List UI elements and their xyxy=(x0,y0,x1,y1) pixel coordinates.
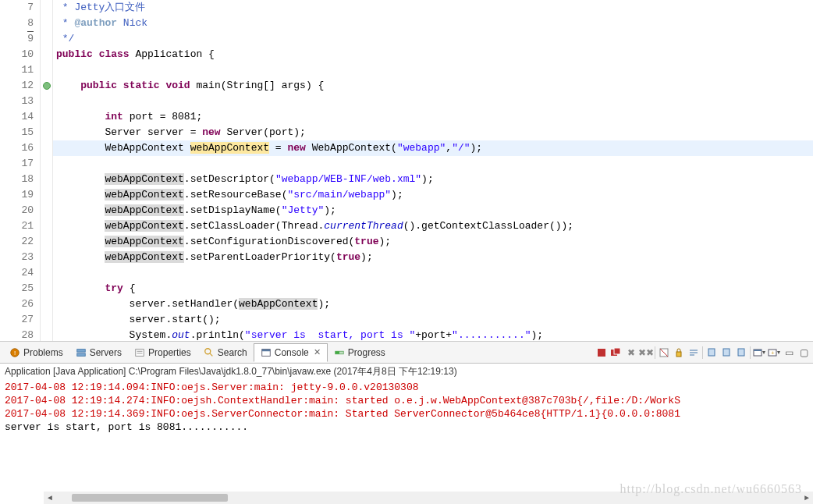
minimize-icon[interactable]: ▭ xyxy=(783,346,795,359)
svg-rect-2 xyxy=(76,349,85,352)
svg-rect-4 xyxy=(136,349,144,356)
terminate-icon[interactable] xyxy=(595,346,608,359)
line-number: 16 xyxy=(0,140,34,156)
line-number: 14 xyxy=(0,109,34,125)
line-number-gutter: 7891011121314151617181920212223242526272… xyxy=(0,0,41,341)
line-number: 27 xyxy=(0,312,34,328)
code-line[interactable]: webAppContext.setParentLoaderPriority(tr… xyxy=(53,250,813,265)
show-on-out-icon[interactable] xyxy=(720,346,733,359)
code-line[interactable]: public class Application { xyxy=(53,47,813,62)
run-marker-icon[interactable] xyxy=(43,82,51,90)
code-line[interactable]: webAppContext.setClassLoader(Thread.curr… xyxy=(53,218,813,234)
show-on-err-icon[interactable] xyxy=(735,346,747,359)
line-number: 7 xyxy=(0,0,34,16)
svg-rect-12 xyxy=(335,351,339,354)
pin-console-icon[interactable] xyxy=(705,346,718,359)
tab-progress[interactable]: Progress xyxy=(328,343,392,362)
line-number: 12 xyxy=(0,78,34,94)
line-number: 25 xyxy=(0,281,34,296)
code-line[interactable]: Server server = new Server(port); xyxy=(53,125,813,140)
svg-line-8 xyxy=(210,353,213,356)
scroll-left-icon[interactable]: ◄ xyxy=(44,492,56,504)
line-number: 13 xyxy=(0,94,34,109)
code-line[interactable] xyxy=(53,156,813,172)
console-toolbar: ✖ ✖✖ ▾ +▾ ▭ ▢ xyxy=(595,346,810,359)
display-console-icon[interactable]: ▾ xyxy=(753,346,765,359)
code-line[interactable]: server.setHandler(webAppContext); xyxy=(53,296,813,312)
code-line[interactable]: server.start(); xyxy=(53,312,813,328)
code-line[interactable]: webAppContext.setResourceBase("src/main/… xyxy=(53,187,813,203)
console-icon xyxy=(261,347,272,358)
console-line: 2017-04-08 12:19:14.094:INFO:oejs.Server… xyxy=(5,381,808,394)
remove-launch-icon[interactable]: ✖ xyxy=(625,346,637,359)
tab-servers[interactable]: Servers xyxy=(69,343,128,362)
code-line[interactable]: * Jetty入口文件 xyxy=(53,0,813,16)
line-number: 15 xyxy=(0,125,34,140)
line-number: 17 xyxy=(0,156,34,172)
svg-rect-20 xyxy=(723,349,730,356)
svg-rect-23 xyxy=(754,350,762,351)
line-number: 24 xyxy=(0,265,34,281)
svg-rect-15 xyxy=(614,348,620,354)
terminate-all-icon[interactable] xyxy=(610,346,623,359)
code-line[interactable]: public static void main(String[] args) { xyxy=(53,78,813,94)
line-number: 21 xyxy=(0,218,34,234)
line-number: 18 xyxy=(0,172,34,187)
code-line[interactable]: try { xyxy=(53,281,813,296)
marker-ruler xyxy=(41,0,53,341)
tab-label: Progress xyxy=(348,347,385,358)
maximize-icon[interactable]: ▢ xyxy=(797,346,810,359)
scroll-right-icon[interactable]: ► xyxy=(801,492,813,504)
close-icon[interactable]: ✕ xyxy=(314,347,321,357)
line-number: 19 xyxy=(0,187,34,203)
code-line[interactable]: System.out.println("server is start, por… xyxy=(53,328,813,341)
code-line[interactable]: */ xyxy=(53,31,813,47)
code-line[interactable]: WebAppContext webAppContext = new WebApp… xyxy=(53,140,813,156)
servers-icon xyxy=(76,347,87,358)
clear-console-icon[interactable] xyxy=(658,346,670,359)
svg-text:!: ! xyxy=(14,349,16,356)
svg-rect-13 xyxy=(598,349,605,357)
console-line: 2017-04-08 12:19:14.369:INFO:oejs.Server… xyxy=(5,407,808,421)
tab-label: Problems xyxy=(23,347,63,358)
line-number: 26 xyxy=(0,296,34,312)
svg-text:+: + xyxy=(771,350,775,357)
code-line[interactable] xyxy=(53,94,813,109)
code-line[interactable]: webAppContext.setConfigurationDiscovered… xyxy=(53,234,813,250)
search-icon xyxy=(204,347,215,358)
tab-label: Search xyxy=(218,347,247,358)
tab-search[interactable]: Search xyxy=(197,343,254,362)
tab-problems[interactable]: ! Problems xyxy=(3,343,69,362)
tab-label: Properties xyxy=(148,347,191,358)
code-line[interactable] xyxy=(53,62,813,78)
line-number: 8 xyxy=(0,16,34,31)
problems-icon: ! xyxy=(9,347,20,358)
console-line: server is start, port is 8081........... xyxy=(5,421,808,434)
code-area[interactable]: * Jetty入口文件 * @author Nick */public clas… xyxy=(53,0,813,341)
code-line[interactable] xyxy=(53,265,813,281)
console-line: 2017-04-08 12:19:14.274:INFO:oejsh.Conte… xyxy=(5,394,808,407)
scroll-thumb[interactable] xyxy=(72,494,228,502)
bottom-tabs-row: ! Problems Servers Properties Search Con… xyxy=(0,342,813,364)
tab-label: Servers xyxy=(90,347,122,358)
scroll-lock-icon[interactable] xyxy=(673,346,685,359)
svg-rect-3 xyxy=(76,353,85,356)
line-number: 11 xyxy=(0,62,34,78)
code-line[interactable]: int port = 8081; xyxy=(53,109,813,125)
svg-point-7 xyxy=(204,348,210,353)
tab-properties[interactable]: Properties xyxy=(128,343,197,362)
code-line[interactable]: * @author Nick xyxy=(53,16,813,31)
properties-icon xyxy=(134,347,145,358)
word-wrap-icon[interactable] xyxy=(687,346,700,359)
line-number: 9 xyxy=(0,31,34,47)
console-output[interactable]: 2017-04-08 12:19:14.094:INFO:oejs.Server… xyxy=(0,379,813,435)
progress-icon xyxy=(334,347,345,358)
code-line[interactable]: webAppContext.setDescriptor("webapp/WEB-… xyxy=(53,172,813,187)
console-launch-title: Application [Java Application] C:\Progra… xyxy=(5,366,457,377)
svg-rect-10 xyxy=(262,349,271,351)
code-line[interactable]: webAppContext.setDisplayName("Jetty"); xyxy=(53,203,813,218)
remove-all-icon[interactable]: ✖✖ xyxy=(640,346,652,359)
open-console-icon[interactable]: +▾ xyxy=(768,346,780,359)
tab-console[interactable]: Console ✕ xyxy=(254,343,328,362)
console-header: Application [Java Application] C:\Progra… xyxy=(0,364,813,379)
